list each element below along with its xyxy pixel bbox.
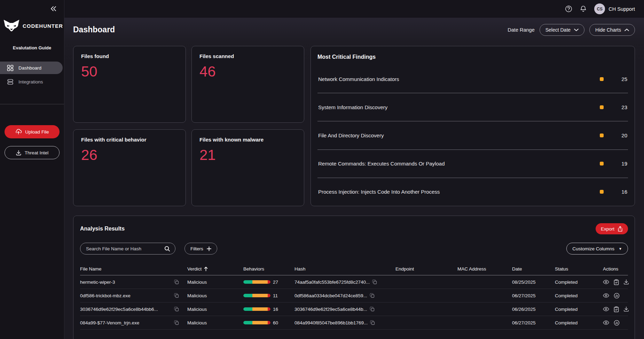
column-header-verdict[interactable]: Verdict: [187, 266, 243, 272]
status-value: Completed: [555, 307, 578, 312]
column-header-status[interactable]: Status: [555, 266, 603, 272]
date-value: 06/26/2025: [512, 307, 536, 312]
export-button[interactable]: Export: [596, 223, 628, 234]
upload-file-button[interactable]: Upload File: [5, 125, 60, 138]
verdict-label: Malicious: [187, 307, 207, 312]
column-header-endpoint[interactable]: Endpoint: [395, 266, 457, 272]
brand: CODEHUNTER: [0, 13, 64, 32]
select-date-value: Select Date: [545, 27, 571, 33]
eye-icon[interactable]: [603, 280, 609, 284]
stat-value: 26: [81, 147, 178, 163]
column-header-hash[interactable]: Hash: [294, 266, 395, 272]
finding-row: Remote Commands: Executes Commands Or Pa…: [317, 150, 628, 178]
verdict-label: Malicious: [187, 280, 207, 285]
findings-title: Most Critical Findings: [317, 54, 628, 60]
status-value: Completed: [555, 280, 578, 285]
severity-marker-icon: [600, 190, 604, 194]
upload-file-label: Upload File: [25, 129, 49, 135]
stat-value: 21: [199, 147, 296, 163]
download-icon[interactable]: [623, 306, 629, 312]
chevron-down-icon: [574, 29, 579, 31]
finding-count: 20: [616, 132, 627, 138]
copy-icon[interactable]: [370, 320, 375, 325]
user-menu[interactable]: CS CH Support: [594, 3, 635, 14]
finding-label: Process Injection: Injects Code Into Ano…: [318, 189, 600, 195]
stat-label: Files with known malware: [199, 137, 296, 143]
severity-marker-icon: [600, 105, 604, 109]
file-name: 0df586-trickbot-mbz.exe: [80, 293, 131, 298]
copy-icon[interactable]: [174, 320, 179, 325]
search-input[interactable]: [86, 246, 162, 251]
behaviors-count: 60: [273, 320, 278, 325]
fox-logo-icon: [3, 19, 19, 32]
finding-count: 23: [616, 104, 627, 110]
brand-name: CODEHUNTER: [23, 23, 63, 29]
filters-label: Filters: [190, 246, 203, 251]
copy-icon[interactable]: [174, 293, 179, 298]
sidebar-collapse-icon[interactable]: [49, 4, 58, 13]
report-icon[interactable]: [614, 279, 619, 285]
behaviors-count: 16: [273, 307, 278, 312]
chevron-up-icon: [625, 29, 629, 31]
main-content: Dashboard Date Range Select Date Hide Ch…: [64, 18, 644, 339]
sidebar-nav: Dashboard Integrations: [0, 62, 64, 88]
export-icon: [618, 226, 623, 232]
finding-row: System Information Discovery 23: [317, 93, 628, 121]
finding-row: Network Communication Indicators 25: [317, 65, 628, 93]
user-name: CH Support: [608, 6, 635, 12]
table-row[interactable]: 084a99-$77-Venom_trjn.exe Malicious 60 0…: [80, 316, 628, 330]
copy-icon[interactable]: [370, 293, 375, 298]
copy-icon[interactable]: [174, 280, 179, 284]
copy-icon[interactable]: [370, 307, 375, 312]
stat-value: 50: [81, 63, 178, 80]
file-name: hermetic-wiper-3: [80, 280, 115, 285]
threat-intel-button[interactable]: Threat Intel: [5, 146, 60, 159]
select-date-dropdown[interactable]: Select Date: [540, 24, 584, 36]
table-header: File Name Verdict Behaviors Hash Endpoin…: [80, 263, 628, 275]
stat-card-files-scanned: Files scanned 46: [191, 46, 304, 123]
eye-icon[interactable]: [603, 293, 609, 298]
threat-intel-label: Threat Intel: [25, 150, 48, 155]
download-icon[interactable]: [623, 279, 629, 285]
column-header-behaviors[interactable]: Behaviors: [243, 266, 294, 272]
file-name: 084a99-$77-Venom_trjn.exe: [80, 320, 139, 325]
hash-value: 084a9940f85047be896b1bb1769...: [294, 320, 368, 325]
caret-down-icon: ▼: [619, 247, 622, 251]
hash-value: 74aaf5a0fafc553bfe6725fd8c2740...: [294, 280, 370, 285]
filters-button[interactable]: Filters: [184, 243, 217, 255]
stat-label: Files scanned: [199, 53, 296, 59]
finding-label: File And Directory Discovery: [318, 132, 600, 138]
help-icon[interactable]: [565, 5, 572, 13]
status-value: Completed: [555, 320, 578, 325]
report-icon[interactable]: [614, 306, 619, 312]
finding-label: Remote Commands: Executes Commands Or Pa…: [318, 161, 600, 167]
sidebar-item-dashboard[interactable]: Dashboard: [0, 62, 63, 74]
table-row[interactable]: 3036746d9e62f29ec5a6ce8b44bb6... Malicio…: [80, 302, 628, 316]
chart-icon[interactable]: [614, 293, 620, 299]
finding-row: File And Directory Discovery 20: [317, 121, 628, 150]
finding-count: 16: [616, 189, 627, 195]
eye-icon[interactable]: [603, 320, 609, 325]
search-box: [80, 243, 175, 255]
hide-charts-label: Hide Charts: [595, 27, 621, 33]
eye-icon[interactable]: [603, 307, 609, 312]
finding-row: Process Injection: Injects Code Into Ano…: [317, 178, 628, 206]
hide-charts-button[interactable]: Hide Charts: [589, 24, 635, 36]
sidebar-item-integrations[interactable]: Integrations: [0, 75, 63, 88]
analysis-title: Analysis Results: [80, 226, 125, 232]
bell-icon[interactable]: [580, 5, 587, 13]
stat-card-files-found: Files found 50: [73, 46, 186, 123]
chart-icon[interactable]: [614, 320, 620, 326]
column-header-date[interactable]: Date: [512, 266, 555, 272]
copy-icon[interactable]: [174, 307, 179, 312]
table-row[interactable]: hermetic-wiper-3 Malicious 27 74aaf5a0fa…: [80, 275, 628, 289]
stat-label: Files with critical behavior: [81, 137, 178, 143]
customize-columns-dropdown[interactable]: Customize Columns ▼: [566, 243, 628, 255]
search-icon[interactable]: [164, 246, 170, 252]
column-header-file[interactable]: File Name: [80, 266, 187, 272]
table-row[interactable]: 0df586-trickbot-mbz.exe Malicious 11 0df…: [80, 289, 628, 302]
plus-icon: [207, 247, 211, 251]
copy-icon[interactable]: [372, 280, 377, 284]
date-value: 06/27/2025: [512, 320, 536, 325]
column-header-mac[interactable]: MAC Address: [457, 266, 512, 272]
